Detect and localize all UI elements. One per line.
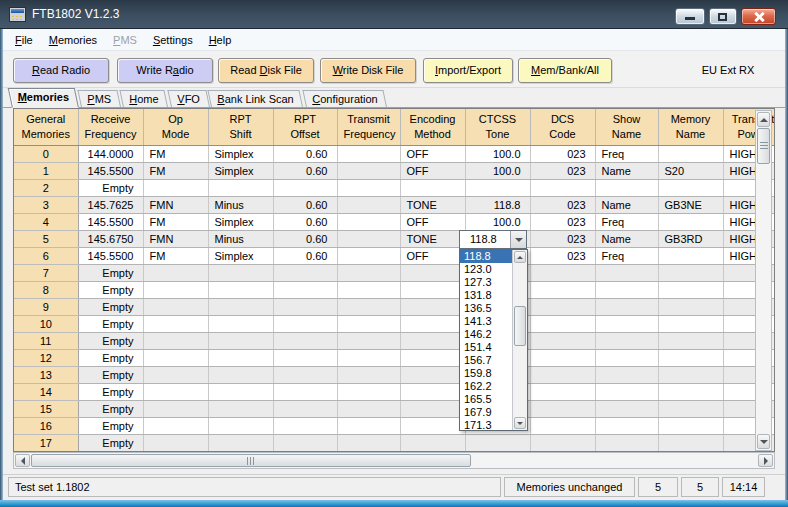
- table-cell[interactable]: Minus: [208, 230, 273, 247]
- table-cell[interactable]: Empty: [78, 315, 143, 332]
- dropdown-scroll-down-button[interactable]: [514, 417, 526, 429]
- table-cell[interactable]: [658, 264, 723, 281]
- table-cell[interactable]: Simplex: [208, 213, 273, 230]
- row-number-cell[interactable]: 14: [14, 383, 78, 400]
- ctcss-option[interactable]: 156.7: [460, 354, 512, 367]
- table-cell[interactable]: [273, 434, 337, 451]
- ctcss-option[interactable]: 127.3: [460, 276, 512, 289]
- table-cell[interactable]: Simplex: [208, 247, 273, 264]
- table-cell[interactable]: 145.7625: [78, 196, 143, 213]
- table-cell[interactable]: Empty: [78, 349, 143, 366]
- table-cell[interactable]: [530, 434, 595, 451]
- table-cell[interactable]: Name: [595, 196, 658, 213]
- table-cell[interactable]: [530, 332, 595, 349]
- table-cell[interactable]: [337, 315, 400, 332]
- table-cell[interactable]: [658, 179, 723, 196]
- table-cell[interactable]: [273, 332, 337, 349]
- table-cell[interactable]: [337, 349, 400, 366]
- read-radio-button[interactable]: Read Radio: [13, 58, 109, 83]
- table-cell[interactable]: [658, 383, 723, 400]
- table-cell[interactable]: [400, 434, 465, 451]
- ctcss-option[interactable]: 159.8: [460, 367, 512, 380]
- table-cell[interactable]: [143, 281, 208, 298]
- table-cell[interactable]: [143, 315, 208, 332]
- table-cell[interactable]: [595, 383, 658, 400]
- ctcss-combobox-value[interactable]: 118.8: [460, 231, 510, 248]
- table-cell[interactable]: [400, 366, 465, 383]
- table-cell[interactable]: [273, 366, 337, 383]
- table-cell[interactable]: Empty: [78, 298, 143, 315]
- row-number-cell[interactable]: 3: [14, 196, 78, 213]
- table-cell[interactable]: [595, 434, 658, 451]
- table-cell[interactable]: [273, 383, 337, 400]
- table-cell[interactable]: 0.60: [273, 213, 337, 230]
- table-cell[interactable]: [530, 400, 595, 417]
- ctcss-option[interactable]: 146.2: [460, 328, 512, 341]
- table-cell[interactable]: [337, 230, 400, 247]
- ctcss-option[interactable]: 141.3: [460, 315, 512, 328]
- table-cell[interactable]: [208, 400, 273, 417]
- table-cell[interactable]: [337, 400, 400, 417]
- dropdown-scroll-up-button[interactable]: [514, 251, 526, 263]
- table-cell[interactable]: [337, 196, 400, 213]
- table-cell[interactable]: [208, 332, 273, 349]
- table-cell[interactable]: Minus: [208, 196, 273, 213]
- ctcss-option[interactable]: 136.5: [460, 302, 512, 315]
- table-cell[interactable]: OFF: [400, 213, 465, 230]
- table-cell[interactable]: [530, 417, 595, 434]
- scroll-down-button[interactable]: [757, 434, 770, 449]
- horizontal-scrollbar-thumb[interactable]: [31, 454, 471, 467]
- table-cell[interactable]: 100.0: [465, 162, 530, 179]
- table-cell[interactable]: 0.60: [273, 230, 337, 247]
- table-cell[interactable]: S20: [658, 162, 723, 179]
- close-button[interactable]: [741, 8, 776, 25]
- tab-memories[interactable]: Memories: [8, 88, 80, 108]
- table-cell[interactable]: [400, 349, 465, 366]
- table-cell[interactable]: [208, 434, 273, 451]
- table-cell[interactable]: [465, 179, 530, 196]
- tab-pms[interactable]: PMS: [78, 90, 121, 107]
- row-number-cell[interactable]: 12: [14, 349, 78, 366]
- table-cell[interactable]: [400, 332, 465, 349]
- ctcss-option[interactable]: 167.9: [460, 406, 512, 419]
- table-cell[interactable]: GB3RD: [658, 230, 723, 247]
- table-cell[interactable]: 0.60: [273, 162, 337, 179]
- table-cell[interactable]: [530, 298, 595, 315]
- table-cell[interactable]: Empty: [78, 434, 143, 451]
- table-cell[interactable]: OFF: [400, 247, 465, 264]
- table-cell[interactable]: 023: [530, 230, 595, 247]
- menu-memories[interactable]: Memories: [41, 29, 105, 51]
- table-cell[interactable]: 0.60: [273, 247, 337, 264]
- table-cell[interactable]: [208, 417, 273, 434]
- row-number-cell[interactable]: 0: [14, 145, 78, 162]
- table-cell[interactable]: 145.5500: [78, 247, 143, 264]
- table-cell[interactable]: Name: [595, 230, 658, 247]
- menu-settings[interactable]: Settings: [145, 29, 201, 51]
- table-cell[interactable]: [595, 400, 658, 417]
- table-cell[interactable]: FM: [143, 145, 208, 162]
- row-number-cell[interactable]: 17: [14, 434, 78, 451]
- table-cell[interactable]: GB3NE: [658, 196, 723, 213]
- table-cell[interactable]: FM: [143, 247, 208, 264]
- table-cell[interactable]: 100.0: [465, 213, 530, 230]
- table-cell[interactable]: [273, 400, 337, 417]
- ctcss-option[interactable]: 171.3: [460, 419, 512, 430]
- table-cell[interactable]: Empty: [78, 383, 143, 400]
- table-cell[interactable]: FMN: [143, 196, 208, 213]
- table-cell[interactable]: [595, 315, 658, 332]
- table-cell[interactable]: [400, 298, 465, 315]
- ctcss-option[interactable]: 165.5: [460, 393, 512, 406]
- table-cell[interactable]: [595, 349, 658, 366]
- vertical-scrollbar[interactable]: [755, 110, 772, 451]
- write-radio-button[interactable]: Write Radio: [117, 58, 213, 83]
- table-cell[interactable]: 100.0: [465, 145, 530, 162]
- table-cell[interactable]: Freq: [595, 213, 658, 230]
- write-disk-file-button[interactable]: Write Disk File: [320, 58, 416, 83]
- table-cell[interactable]: [337, 434, 400, 451]
- table-cell[interactable]: [658, 247, 723, 264]
- tab-vfo[interactable]: VFO: [167, 90, 209, 107]
- table-cell[interactable]: [595, 332, 658, 349]
- table-cell[interactable]: Empty: [78, 417, 143, 434]
- row-number-cell[interactable]: 5: [14, 230, 78, 247]
- table-cell[interactable]: 0.60: [273, 145, 337, 162]
